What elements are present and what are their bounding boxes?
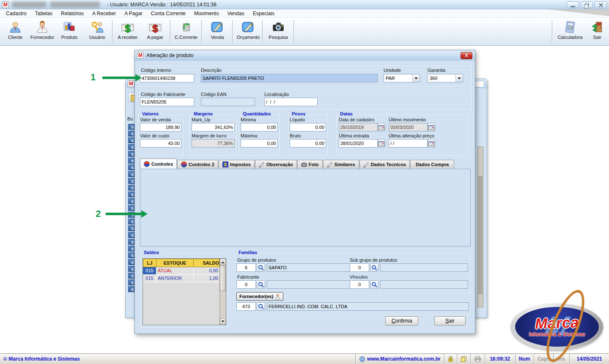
- fornecedor-search-button[interactable]: [257, 302, 265, 311]
- unidade-combobox[interactable]: PAR: [384, 74, 420, 82]
- sub-grupo-num-input[interactable]: [350, 263, 369, 272]
- menu-item-especiais[interactable]: Especiais: [249, 10, 279, 17]
- menu-item-a-receber[interactable]: A Receber: [88, 10, 120, 17]
- codigo-ean-input[interactable]: [201, 98, 255, 106]
- tab-dados-tecnicos[interactable]: Dados Tecnicos: [359, 160, 410, 169]
- ultima-entrada-field[interactable]: 28/01/2020: [339, 139, 385, 148]
- quote-pen-icon: [242, 20, 255, 34]
- toolbar-button-sair[interactable]: Sair: [586, 19, 609, 44]
- saldos-row-atual[interactable]: 015 ATUAL 0,00: [143, 267, 226, 275]
- quantidade-minima-input[interactable]: [241, 123, 278, 131]
- peso-bruto-input[interactable]: [290, 139, 326, 148]
- status-lock: [444, 354, 457, 364]
- garantia-combobox[interactable]: 360: [428, 74, 463, 82]
- toolbar-separator: [262, 20, 263, 43]
- pesos-group-title: Pesos: [291, 111, 307, 116]
- quantidade-maxima-input[interactable]: [241, 139, 278, 148]
- codigo-fabricante-label: Código do Fabricante: [141, 92, 185, 97]
- menu-item-cadastro[interactable]: Cadastro: [2, 10, 31, 17]
- grupo-produtos-label: Grupo de produtos: [237, 257, 276, 263]
- descricao-input[interactable]: [201, 74, 378, 82]
- quantidades-group-title: Quantidades: [241, 111, 272, 116]
- tab-impostos[interactable]: Impostos: [219, 160, 255, 169]
- toolbar-button-cliente[interactable]: Cliente: [1, 19, 29, 44]
- menu-item-conta-corrente[interactable]: Conta Corrente: [147, 10, 190, 17]
- tab-observacao[interactable]: Observação: [255, 160, 297, 169]
- calendar-icon[interactable]: [378, 139, 385, 148]
- scrollbar-thumb[interactable]: [220, 265, 226, 291]
- close-button[interactable]: [595, 1, 607, 8]
- fabricante-num-input[interactable]: [236, 280, 256, 289]
- calendar-icon[interactable]: [428, 123, 435, 131]
- toolbar-button-usuario[interactable]: Usuário: [83, 19, 111, 44]
- restore-button[interactable]: [581, 1, 593, 8]
- vinculos-search-button[interactable]: [370, 280, 379, 289]
- alteracao-de-produto-dialog: Alteração de produto X Código interno De…: [134, 50, 475, 334]
- saldos-row-anterior[interactable]: 015 ANTERIOR 1,00: [143, 275, 226, 282]
- calendar-icon[interactable]: [428, 139, 435, 148]
- chevron-down-icon[interactable]: [455, 74, 463, 82]
- sub-grupo-search-button[interactable]: [370, 263, 379, 272]
- menu-item-vendas[interactable]: Vendas: [223, 10, 249, 17]
- svg-text:$: $: [152, 23, 158, 33]
- tab-controles[interactable]: Controles: [140, 159, 177, 169]
- toolbar-button-pesquisa[interactable]: Pesquisa: [264, 19, 292, 44]
- ultima-alteracao-preco-field[interactable]: / /: [389, 139, 435, 148]
- tab-controles-2[interactable]: Controles 2: [177, 160, 218, 169]
- saldos-table: LJ ESTOQUE SALDO 015 ATUAL 0,00 015 ANTE…: [143, 258, 226, 325]
- menu-item-a-pagar[interactable]: A Pagar: [120, 10, 147, 17]
- confirma-button[interactable]: Confirma: [385, 316, 418, 326]
- minimize-button[interactable]: [567, 1, 579, 8]
- datas-group-title: Datas: [339, 111, 354, 116]
- fornecedores-button[interactable]: Fornecedor(es): [236, 292, 283, 301]
- toolbar-button-orcamento[interactable]: Orçamento: [234, 19, 262, 44]
- background-window-scrollbar[interactable]: [477, 147, 483, 307]
- window-title: - Usuário: MARCA Versão : 14/05/2021 14:…: [107, 2, 217, 8]
- chevron-down-icon[interactable]: [412, 74, 420, 82]
- pencil-icon: [363, 161, 369, 167]
- scroll-up-icon[interactable]: [220, 259, 226, 265]
- calendar-icon[interactable]: [378, 123, 385, 131]
- grupo-produtos-search-button[interactable]: [257, 263, 265, 272]
- dialog-close-button[interactable]: X: [461, 52, 472, 59]
- globe-icon: [181, 161, 187, 167]
- app-m-icon: [128, 80, 134, 87]
- menu-item-relatorios[interactable]: Relatórios: [57, 10, 88, 17]
- codigo-fabricante-input[interactable]: [140, 98, 194, 106]
- sub-grupo-produtos-label: Sub grupo de produtos: [350, 257, 397, 263]
- valores-group-title: Valores: [141, 111, 160, 116]
- tab-foto[interactable]: Foto: [297, 160, 323, 169]
- magnifier-icon: [371, 265, 377, 271]
- grupo-produtos-num-input[interactable]: [236, 263, 256, 272]
- menu-item-tabelas[interactable]: Tabelas: [31, 10, 57, 17]
- menu-item-movimento[interactable]: Movimento: [190, 10, 223, 17]
- sair-button[interactable]: Sair: [434, 316, 466, 326]
- scroll-down-icon[interactable]: [220, 318, 226, 325]
- toolbar-button-a-pagar[interactable]: $ A pagar: [141, 19, 169, 44]
- annotation-arrow-2-head: [141, 210, 148, 218]
- status-pages: [457, 354, 470, 364]
- peso-liquido-input[interactable]: [290, 123, 326, 131]
- codigo-interno-input[interactable]: [140, 74, 194, 82]
- toolbar-button-produto[interactable]: Produto: [55, 19, 83, 44]
- toolbar-button-a-receber[interactable]: $ A receber: [114, 19, 142, 44]
- toolbar-button-venda[interactable]: Venda: [203, 19, 231, 44]
- saldos-scrollbar[interactable]: [219, 259, 226, 325]
- localizacao-input[interactable]: [264, 98, 318, 106]
- vinculos-num-input[interactable]: [350, 280, 369, 289]
- markup-input[interactable]: [192, 123, 235, 131]
- fornecedor-num-input[interactable]: [236, 302, 256, 311]
- controles-tab-panel: [140, 169, 471, 246]
- tab-dados-compra[interactable]: Dados Compra: [410, 160, 454, 169]
- tab-similares[interactable]: Similares: [323, 160, 359, 169]
- toolbar-button-fornecedor[interactable]: Fornecedor: [28, 19, 56, 44]
- fabricante-search-button[interactable]: [257, 280, 265, 289]
- valor-custo-input[interactable]: [140, 139, 181, 148]
- calculator-icon: [564, 20, 576, 34]
- toolbar-button-ccorrente[interactable]: C.Corrente: [172, 19, 200, 44]
- status-website[interactable]: www.Marcainformatica.com.br: [355, 354, 444, 364]
- valor-venda-input[interactable]: [140, 123, 181, 131]
- toolbar-button-calculadora[interactable]: Calculadora: [555, 19, 585, 44]
- quantidade-maxima-label: Máxima:: [241, 133, 258, 138]
- status-copyright: © Marca Informática e Sistemas: [3, 356, 80, 362]
